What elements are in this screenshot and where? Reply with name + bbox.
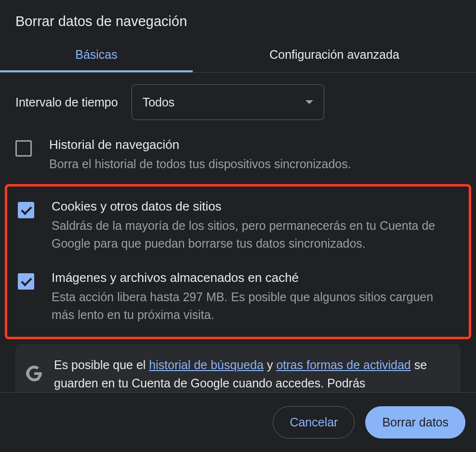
- other-activity-link[interactable]: otras formas de actividad: [276, 358, 410, 372]
- checkbox-browsing-history[interactable]: [15, 140, 32, 157]
- tab-advanced[interactable]: Configuración avanzada: [193, 39, 476, 72]
- tab-basic[interactable]: Básicas: [0, 39, 193, 72]
- dialog-title: Borrar datos de navegación: [0, 0, 476, 39]
- options-list: Historial de navegación Borra el histori…: [0, 124, 476, 392]
- option-cached-images: Imágenes y archivos almacenados en caché…: [7, 262, 469, 333]
- dialog-content: Intervalo de tiempo Todos Historial de n…: [0, 73, 476, 392]
- option-text: Cookies y otros datos de sitios Saldrás …: [52, 199, 458, 253]
- tabs: Básicas Configuración avanzada: [0, 39, 476, 73]
- option-title: Imágenes y archivos almacenados en caché: [52, 270, 458, 285]
- checkbox-cached-images[interactable]: [18, 273, 34, 290]
- option-desc: Borra el historial de todos tus disposit…: [49, 155, 461, 173]
- option-text: Imágenes y archivos almacenados en caché…: [52, 270, 458, 324]
- clear-data-button[interactable]: Borrar datos: [365, 406, 465, 439]
- google-account-info-card: Es posible que el historial de búsqueda …: [15, 344, 461, 393]
- google-logo-icon: [26, 365, 42, 382]
- time-range-row: Intervalo de tiempo Todos: [0, 73, 476, 124]
- info-text: Es posible que el historial de búsqueda …: [54, 356, 450, 393]
- highlight-annotation: Cookies y otros datos de sitios Saldrás …: [5, 184, 471, 339]
- option-desc: Esta acción libera hasta 297 MB. Es posi…: [52, 288, 458, 324]
- time-range-select[interactable]: Todos: [132, 84, 324, 120]
- info-prefix: Es posible que el: [54, 358, 149, 372]
- chevron-down-icon: [305, 100, 313, 104]
- dialog-footer: Cancelar Borrar datos: [0, 392, 476, 452]
- time-range-value: Todos: [143, 95, 175, 109]
- option-cookies: Cookies y otros datos de sitios Saldrás …: [7, 190, 469, 262]
- cancel-button[interactable]: Cancelar: [273, 406, 355, 439]
- checkbox-cookies[interactable]: [18, 202, 34, 218]
- time-range-label: Intervalo de tiempo: [15, 95, 118, 109]
- search-history-link[interactable]: historial de búsqueda: [149, 358, 264, 372]
- clear-browsing-data-dialog: Borrar datos de navegación Básicas Confi…: [0, 0, 476, 452]
- option-title: Historial de navegación: [49, 137, 461, 152]
- option-browsing-history: Historial de navegación Borra el histori…: [0, 129, 476, 182]
- option-desc: Saldrás de la mayoría de los sitios, per…: [52, 217, 458, 253]
- info-mid: y: [264, 358, 276, 372]
- option-text: Historial de navegación Borra el histori…: [49, 137, 461, 173]
- option-title: Cookies y otros datos de sitios: [52, 199, 458, 214]
